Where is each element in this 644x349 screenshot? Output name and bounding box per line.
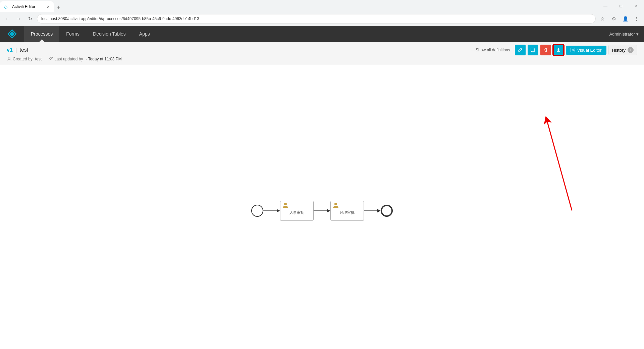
edit-icon (518, 47, 523, 53)
active-tab[interactable]: ◇ Activiti Editor × (0, 1, 54, 12)
last-updated-value: - Today at 11:03 PM (86, 57, 121, 61)
arrow-3 (364, 205, 381, 217)
profile-button[interactable]: 👤 (621, 14, 630, 23)
nav-tab-decision-tables[interactable]: Decision Tables (86, 26, 132, 42)
process-actions: — Show all definitions (471, 45, 637, 55)
arrow-2 (314, 205, 330, 217)
minimize-button[interactable]: — (598, 0, 613, 12)
task1-user-icon (282, 202, 288, 210)
svg-point-5 (8, 57, 10, 59)
created-by-label: Created by (13, 57, 33, 61)
admin-menu[interactable]: Administrator ▾ (609, 32, 639, 37)
app-logo (5, 27, 19, 41)
tab-bar-row: ◇ Activiti Editor × + — □ × (0, 0, 644, 12)
new-tab-button[interactable]: + (54, 3, 63, 12)
created-by-item: Created by test (7, 57, 42, 61)
last-updated-item: Last updated by - Today at 11:03 PM (48, 57, 122, 61)
tab-close-button[interactable]: × (47, 4, 50, 9)
process-meta: Created by test Last updated by - Today … (7, 57, 637, 61)
maximize-button[interactable]: □ (613, 0, 629, 12)
browser-controls: ← → ↻ ☆ ⚙ 👤 ⋮ (0, 12, 644, 26)
canvas-area: 人事审批 经理审批 (0, 64, 644, 349)
nav-tab-processes[interactable]: Processes (24, 26, 59, 42)
copy-icon (530, 47, 536, 53)
forward-button[interactable]: → (14, 14, 23, 23)
show-all-label: — Show all definitions (471, 48, 510, 52)
edit-button[interactable] (515, 45, 526, 55)
visual-editor-icon (571, 48, 575, 52)
logo-icon (7, 29, 17, 39)
delete-icon (543, 47, 548, 53)
history-button[interactable]: History 1 (608, 45, 637, 55)
process-title-row: v1 | test — Show all definitions (7, 45, 637, 55)
created-by-value: test (35, 57, 42, 61)
app-header: Processes Forms Decision Tables Apps Adm… (0, 26, 644, 42)
history-count: 1 (628, 47, 634, 53)
person-icon (7, 57, 11, 61)
title-separator: | (15, 47, 17, 54)
back-button[interactable]: ← (3, 14, 12, 23)
nav-tabs: Processes Forms Decision Tables Apps (24, 26, 157, 42)
svg-rect-3 (531, 48, 534, 51)
task2-label: 经理审批 (340, 210, 355, 215)
svg-marker-10 (327, 209, 330, 212)
arrow-1 (263, 205, 280, 217)
admin-label: Administrator (609, 32, 635, 37)
nav-tab-apps[interactable]: Apps (132, 26, 157, 42)
svg-line-14 (547, 120, 572, 210)
browser-actions: ☆ ⚙ 👤 ⋮ (598, 14, 641, 23)
start-event (251, 205, 263, 217)
process-title: v1 | test (7, 47, 28, 54)
browser-chrome: ◇ Activiti Editor × + — □ × ← → ↻ ☆ ⚙ 👤 … (0, 0, 644, 26)
window-close-button[interactable]: × (629, 0, 644, 12)
admin-dropdown-icon: ▾ (636, 32, 639, 37)
task1-label: 人事审批 (289, 210, 304, 215)
process-header: v1 | test — Show all definitions (0, 42, 644, 64)
svg-point-8 (284, 203, 287, 205)
window-controls: — □ × (598, 0, 644, 12)
user-icon-2 (333, 202, 339, 208)
refresh-button[interactable]: ↻ (25, 14, 35, 23)
nav-tab-forms[interactable]: Forms (59, 26, 86, 42)
last-updated-label: Last updated by (54, 57, 83, 61)
version-badge: v1 (7, 47, 13, 53)
task-manager-approval[interactable]: 经理审批 (330, 201, 364, 221)
svg-marker-13 (377, 209, 381, 212)
history-label: History (612, 48, 626, 53)
task2-user-icon (333, 202, 339, 210)
annotation-arrow (543, 116, 584, 220)
svg-marker-7 (277, 209, 280, 212)
address-bar[interactable] (37, 14, 596, 23)
menu-button[interactable]: ⋮ (632, 14, 641, 23)
delete-button[interactable] (540, 45, 551, 55)
end-event (381, 205, 393, 217)
extensions-button[interactable]: ⚙ (609, 14, 619, 23)
tab-row: ◇ Activiti Editor × + (0, 0, 598, 12)
process-name: test (19, 47, 28, 53)
bpmn-diagram: 人事审批 经理审批 (251, 201, 393, 221)
visual-editor-label: Visual Editor (577, 48, 602, 53)
user-icon-1 (282, 202, 288, 208)
task-hr-approval[interactable]: 人事审批 (280, 201, 314, 221)
show-all-definitions-link[interactable]: — Show all definitions (471, 48, 510, 52)
tab-favicon: ◇ (4, 4, 9, 9)
download-button[interactable] (553, 45, 564, 55)
tab-title: Activiti Editor (12, 4, 35, 9)
star-button[interactable]: ☆ (598, 14, 607, 23)
pencil-icon (48, 57, 53, 61)
copy-button[interactable] (528, 45, 538, 55)
svg-point-11 (334, 203, 337, 205)
visual-editor-button[interactable]: Visual Editor (566, 46, 606, 55)
download-icon (556, 47, 561, 53)
